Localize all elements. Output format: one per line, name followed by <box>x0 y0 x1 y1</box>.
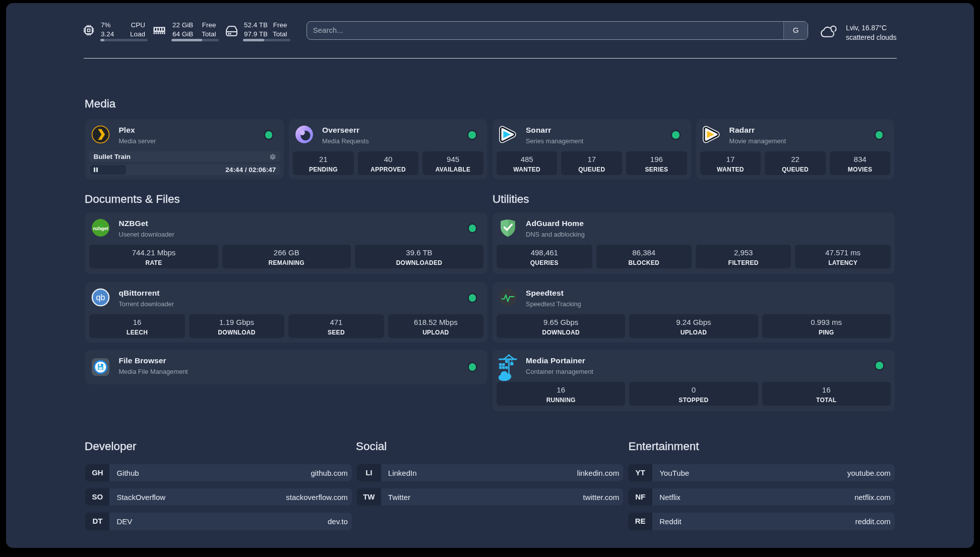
svg-text:nzbget: nzbget <box>93 226 109 231</box>
svg-text:qb: qb <box>96 293 105 302</box>
